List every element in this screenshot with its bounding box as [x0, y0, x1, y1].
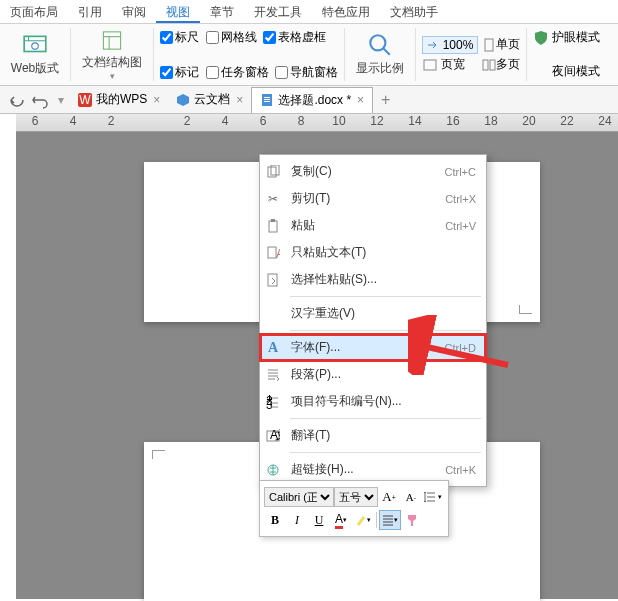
doc-struct-button[interactable]: 文档结构图▾ [77, 29, 147, 81]
navpane-checkbox[interactable] [275, 66, 288, 79]
zoom-100-button[interactable]: 100% [422, 36, 478, 54]
svg-text:W: W [79, 93, 91, 107]
tab-mywps[interactable]: W我的WPS× [70, 87, 168, 113]
shield-icon [533, 30, 549, 46]
scissors-icon: ✂ [265, 191, 281, 207]
cube-icon [176, 93, 190, 107]
magnifier-icon [367, 32, 393, 58]
tablegrid-checkbox[interactable] [263, 31, 276, 44]
svg-text:A: A [276, 247, 280, 260]
tab-active-doc[interactable]: 选择题.docx *× [251, 87, 373, 113]
doc-struct-icon [99, 29, 125, 52]
moon-icon [533, 63, 549, 79]
svg-rect-18 [268, 247, 276, 258]
context-menu: 复制(C)Ctrl+C ✂剪切(T)Ctrl+X 粘贴Ctrl+V A只粘贴文本… [259, 154, 487, 487]
svg-rect-7 [490, 60, 495, 70]
svg-rect-12 [264, 99, 270, 100]
font-a-icon: A [265, 340, 281, 356]
menu-bullets[interactable]: 123项目符号和编号(N)... [260, 388, 486, 415]
back-icon[interactable] [7, 91, 25, 109]
copy-icon [265, 164, 281, 180]
line-spacing-button[interactable]: ▾ [422, 487, 444, 507]
doc-icon [260, 93, 274, 107]
night-button[interactable]: 夜间模式 [533, 62, 600, 80]
menu-hyperlink[interactable]: 超链接(H)...Ctrl+K [260, 456, 486, 483]
svg-rect-5 [424, 60, 436, 70]
taskpane-checkbox[interactable] [206, 66, 219, 79]
tab-review[interactable]: 审阅 [112, 0, 156, 23]
close-icon[interactable]: × [236, 93, 243, 107]
multi-page-icon [482, 58, 496, 72]
tab-chapter[interactable]: 章节 [200, 0, 244, 23]
tab-view[interactable]: 视图 [156, 0, 200, 23]
ruler-checkbox[interactable] [160, 31, 173, 44]
ribbon: Web版式 文档结构图▾ 标尺 网格线 表格虚框 标记 任务窗格 导航窗格 显示… [0, 24, 618, 86]
format-painter-button[interactable] [401, 510, 423, 530]
clipboard-icon [265, 218, 281, 234]
menu-paste-special[interactable]: 选择性粘贴(S)... [260, 266, 486, 293]
menu-paste[interactable]: 粘贴Ctrl+V [260, 212, 486, 239]
tab-cloud[interactable]: 云文档× [168, 87, 251, 113]
menu-paste-text[interactable]: A只粘贴文本(T) [260, 239, 486, 266]
wps-icon: W [78, 93, 92, 107]
close-icon[interactable]: × [357, 93, 364, 107]
underline-button[interactable]: U [308, 510, 330, 530]
line-spacing-icon [424, 490, 438, 504]
grow-font-button[interactable]: A+ [378, 487, 400, 507]
tab-assistant[interactable]: 文档助手 [380, 0, 448, 23]
menu-copy[interactable]: 复制(C)Ctrl+C [260, 158, 486, 185]
svg-rect-16 [269, 221, 277, 232]
svg-text:文: 文 [275, 429, 280, 442]
tab-reference[interactable]: 引用 [68, 0, 112, 23]
font-color-button[interactable]: A▾ [330, 510, 352, 530]
tab-special[interactable]: 特色应用 [312, 0, 380, 23]
menu-paragraph[interactable]: 段落(P)... [260, 361, 486, 388]
svg-rect-2 [103, 31, 120, 48]
close-icon[interactable]: × [153, 93, 160, 107]
menu-translate[interactable]: A文翻译(T) [260, 422, 486, 449]
web-view-icon [22, 32, 48, 58]
highlight-button[interactable]: ▾ [352, 510, 374, 530]
svg-rect-11 [264, 97, 270, 98]
highlight-icon [355, 514, 367, 526]
gridlines-checkbox[interactable] [206, 31, 219, 44]
doc-tab-bar: ▾ W我的WPS× 云文档× 选择题.docx *× + [0, 86, 618, 114]
add-tab-button[interactable]: + [373, 91, 398, 109]
ruler[interactable]: 64224681012141618202224 [16, 114, 618, 132]
single-page-button[interactable]: 单页 [496, 36, 520, 53]
svg-point-1 [32, 43, 39, 50]
align-icon [382, 514, 394, 526]
page-width-icon [422, 57, 438, 73]
shrink-font-button[interactable]: A- [400, 487, 422, 507]
multi-page-button[interactable]: 多页 [496, 56, 520, 73]
brush-icon [405, 513, 419, 527]
web-view-button[interactable]: Web版式 [6, 29, 64, 81]
svg-point-3 [371, 35, 386, 50]
tab-devtools[interactable]: 开发工具 [244, 0, 312, 23]
paste-text-icon: A [265, 245, 281, 261]
menu-font[interactable]: A字体(F)...Ctrl+D [260, 334, 486, 361]
bullets-icon: 123 [265, 394, 281, 410]
bold-button[interactable]: B [264, 510, 286, 530]
font-select[interactable]: Calibri (正 [264, 487, 334, 507]
align-justify-button[interactable]: ▾ [379, 510, 401, 530]
undo-icon[interactable] [31, 91, 49, 109]
translate-icon: A文 [265, 428, 281, 444]
eyecare-button[interactable]: 护眼模式 [533, 29, 600, 47]
svg-rect-4 [485, 39, 493, 51]
menu-cut[interactable]: ✂剪切(T)Ctrl+X [260, 185, 486, 212]
markup-checkbox[interactable] [160, 66, 173, 79]
svg-rect-17 [271, 219, 275, 222]
size-select[interactable]: 五号 [334, 487, 378, 507]
zoom-ratio-button[interactable]: 显示比例 [351, 29, 409, 81]
mini-toolbar: Calibri (正 五号 A+ A- ▾ B I U A▾ ▾ ▾ [259, 480, 449, 537]
tab-layout[interactable]: 页面布局 [0, 0, 68, 23]
single-page-icon [482, 38, 496, 52]
page-width-button[interactable]: 页宽 [441, 56, 465, 73]
ribbon-tabs: 页面布局 引用 审阅 视图 章节 开发工具 特色应用 文档助手 [0, 0, 618, 24]
svg-rect-6 [483, 60, 488, 70]
menu-reselect[interactable]: 汉字重选(V) [260, 300, 486, 327]
zoom-arrow-icon [427, 39, 439, 51]
link-icon [265, 462, 281, 478]
italic-button[interactable]: I [286, 510, 308, 530]
